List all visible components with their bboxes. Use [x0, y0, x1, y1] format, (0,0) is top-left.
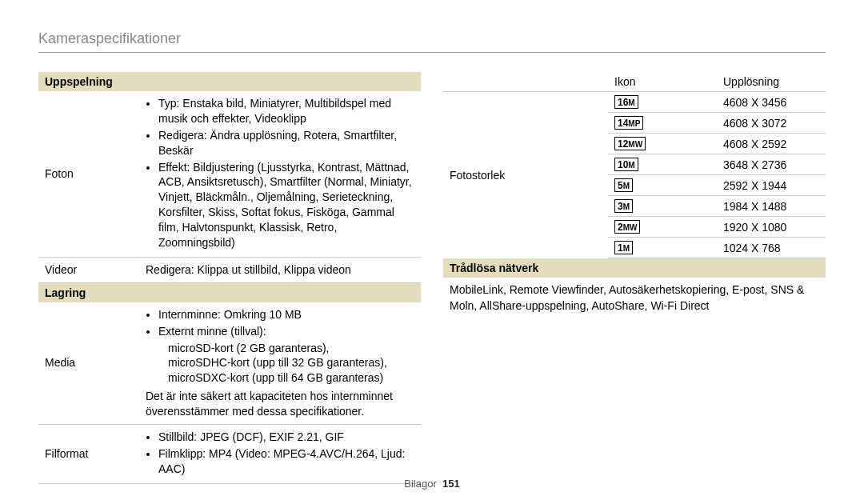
footer: Bilagor 151 [0, 478, 864, 490]
footer-page: 151 [442, 478, 460, 490]
megapixel-icon: 12MW [614, 137, 646, 150]
wireless-body: MobileLink, Remote Viewfinder, Autosäker… [443, 278, 826, 318]
left-column: Uppspelning Foton Typ: Enstaka bild, Min… [38, 72, 421, 484]
photo-size-row: 3M1984 X 1488 [608, 196, 826, 217]
photo-size-header-icon: Ikon [608, 72, 717, 91]
media-sub-3: microSDXC-kort (upp till 64 GB garantera… [146, 370, 414, 386]
photo-size-header-blank [443, 72, 608, 91]
photo-size-label: Fotostorlek [443, 92, 608, 258]
photo-size-row: 10M3648 X 2736 [608, 154, 826, 175]
photo-size-icon-cell: 2MW [608, 217, 717, 237]
filformat-bullet-2: Filmklipp: MP4 (Video: MPEG-4.AVC/H.264,… [158, 446, 414, 477]
row-videor-value: Redigera: Klippa ut stillbild, Klippa vi… [146, 262, 414, 278]
row-filformat-label: Filformat [45, 430, 146, 478]
page: Kameraspecifikationer Uppspelning Foton … [0, 0, 864, 504]
photo-size-row: 16M4608 X 3456 [608, 92, 826, 113]
photo-size-icon-cell: 10M [608, 154, 717, 174]
row-videor: Videor Redigera: Klippa ut stillbild, Kl… [38, 258, 421, 283]
row-filformat-value: Stillbild: JPEG (DCF), EXIF 2.21, GIF Fi… [146, 430, 414, 478]
photo-size-icon-cell: 1M [608, 238, 717, 258]
title-rule [38, 52, 826, 53]
photo-size-icon-cell: 3M [608, 196, 717, 216]
media-sub-1: microSD-kort (2 GB garanteras), [146, 341, 414, 356]
columns: Uppspelning Foton Typ: Enstaka bild, Min… [38, 72, 826, 484]
photo-size-row: 2MW1920 X 1080 [608, 217, 826, 238]
photo-size-resolution: 1024 X 768 [717, 238, 826, 258]
section-header-playback: Uppspelning [38, 72, 421, 91]
footer-label: Bilagor [404, 478, 436, 490]
foton-bullet-1: Typ: Enstaka bild, Miniatyrer, Multibild… [158, 96, 414, 126]
photo-size-icon-cell: 16M [608, 92, 717, 112]
photo-size-table: Fotostorlek 16M4608 X 345614MP4608 X 307… [443, 92, 826, 258]
megapixel-icon: 1M [614, 241, 633, 254]
photo-size-resolution: 4608 X 2592 [717, 134, 826, 154]
photo-size-resolution: 1984 X 1488 [717, 197, 826, 216]
foton-bullet-2: Redigera: Ändra upplösning, Rotera, Smar… [158, 128, 414, 158]
row-foton: Foton Typ: Enstaka bild, Miniatyrer, Mul… [38, 91, 421, 258]
megapixel-icon: 3M [614, 199, 633, 213]
photo-size-icon-cell: 14MP [608, 113, 717, 133]
megapixel-icon: 2MW [614, 220, 640, 234]
media-bullet-1: Internminne: Omkring 10 MB [158, 307, 414, 322]
page-title: Kameraspecifikationer [38, 30, 826, 47]
megapixel-icon: 5M [614, 178, 633, 192]
photo-size-resolution: 4608 X 3072 [717, 114, 826, 133]
row-media-label: Media [45, 307, 146, 419]
photo-size-row: 1M1024 X 768 [608, 238, 826, 258]
filformat-bullet-1: Stillbild: JPEG (DCF), EXIF 2.21, GIF [158, 430, 414, 445]
photo-size-header-row: Ikon Upplösning [443, 72, 826, 92]
photo-size-resolution: 2592 X 1944 [717, 176, 826, 195]
photo-size-icon-cell: 5M [608, 175, 717, 195]
row-foton-label: Foton [45, 96, 146, 252]
photo-size-icon-cell: 12MW [608, 134, 717, 154]
megapixel-icon: 16M [614, 95, 638, 109]
right-column: Ikon Upplösning Fotostorlek 16M4608 X 34… [443, 72, 826, 484]
photo-size-resolution: 1920 X 1080 [717, 218, 826, 237]
photo-size-row: 5M2592 X 1944 [608, 175, 826, 196]
foton-bullet-3: Effekt: Bildjustering (Ljusstyrka, Kontr… [158, 160, 414, 250]
row-media: Media Internminne: Omkring 10 MB Externt… [38, 302, 421, 425]
photo-size-resolution: 3648 X 2736 [717, 155, 826, 174]
megapixel-icon: 10M [614, 158, 638, 171]
row-foton-value: Typ: Enstaka bild, Miniatyrer, Multibild… [146, 96, 414, 252]
media-note: Det är inte säkert att kapaciteten hos i… [146, 389, 414, 419]
photo-size-row: 14MP4608 X 3072 [608, 113, 826, 134]
section-header-wireless: Trådlösa nätverk [443, 258, 826, 278]
row-videor-label: Videor [45, 262, 146, 278]
media-bullet-2: Externt minne (tillval): [158, 324, 414, 339]
media-sub-2: microSDHC-kort (upp till 32 GB garantera… [146, 355, 414, 370]
photo-size-row: 12MW4608 X 2592 [608, 134, 826, 154]
megapixel-icon: 14MP [614, 116, 643, 130]
section-header-storage: Lagring [38, 283, 421, 302]
photo-size-rows: 16M4608 X 345614MP4608 X 307212MW4608 X … [608, 92, 826, 258]
row-media-value: Internminne: Omkring 10 MB Externt minne… [146, 307, 414, 419]
photo-size-resolution: 4608 X 3456 [717, 93, 826, 112]
row-filformat: Filformat Stillbild: JPEG (DCF), EXIF 2.… [38, 425, 421, 484]
photo-size-header-res: Upplösning [717, 72, 826, 91]
